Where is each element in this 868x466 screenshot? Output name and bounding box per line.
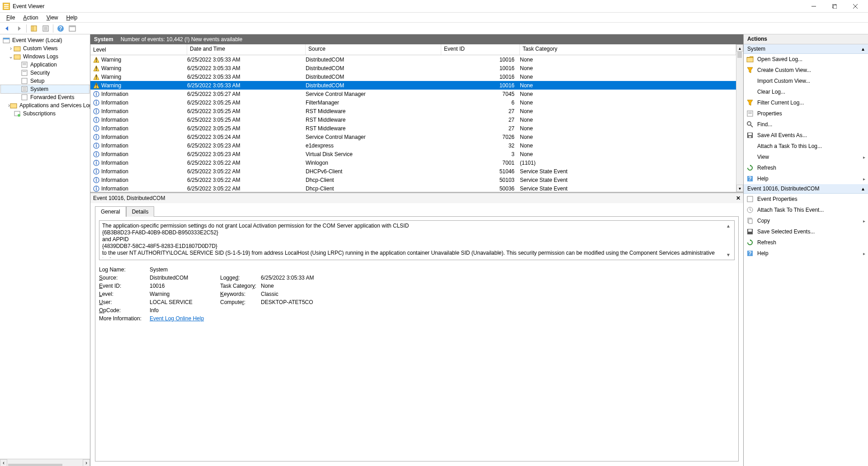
tree-custom-views[interactable]: › Custom Views: [1, 44, 89, 52]
event-row[interactable]: iInformation6/25/2022 3:05:23 AMe1dexpre…: [90, 141, 736, 150]
help-button[interactable]: ?: [55, 24, 66, 33]
action-properties[interactable]: Properties: [744, 108, 868, 119]
maximize-button[interactable]: [825, 1, 844, 11]
event-row[interactable]: iInformation6/25/2022 3:05:22 AMDHCPv6-C…: [90, 167, 736, 176]
action-refresh-event[interactable]: Refresh: [744, 237, 868, 248]
event-row[interactable]: iInformation6/25/2022 3:05:25 AMFilterMa…: [90, 98, 736, 107]
svg-rect-24: [14, 55, 20, 59]
cell-source: RST Middleware: [306, 117, 441, 123]
col-task-category[interactable]: Task Category: [520, 44, 736, 55]
cell-source: RST Middleware: [306, 108, 441, 114]
level-text: Information: [101, 108, 128, 114]
event-row[interactable]: iInformation6/25/2022 3:05:24 AMService …: [90, 133, 736, 141]
actions-section-system[interactable]: System▴: [744, 44, 868, 54]
event-row[interactable]: iInformation6/25/2022 3:05:25 AMRST Midd…: [90, 107, 736, 115]
action-attach-task[interactable]: Attach a Task To this Log...: [744, 141, 868, 152]
svg-rect-35: [22, 95, 27, 100]
expand-icon[interactable]: ›: [8, 45, 14, 52]
collapse-icon[interactable]: ▴: [862, 46, 864, 52]
svg-text:?: ?: [748, 250, 751, 257]
cell-event-id: 7001: [441, 160, 520, 166]
action-clear-log[interactable]: Clear Log...: [744, 86, 868, 97]
collapse-icon[interactable]: ⌄: [8, 53, 14, 60]
event-row[interactable]: !Warning6/25/2022 3:05:33 AMDistributedC…: [90, 81, 736, 90]
svg-marker-9: [5, 26, 8, 31]
tree-applications-services[interactable]: › Applications and Services Logs: [1, 101, 89, 109]
back-button[interactable]: [2, 24, 13, 33]
val-opcode: Info: [150, 307, 218, 314]
action-save-all-events[interactable]: Save All Events As...: [744, 130, 868, 141]
action-help-event[interactable]: ?Help▸: [744, 248, 868, 259]
cell-event-id: 10016: [441, 82, 520, 89]
cell-task: None: [520, 65, 736, 71]
action-view[interactable]: View▸: [744, 152, 868, 162]
svg-rect-93: [748, 229, 752, 232]
svg-rect-71: [747, 57, 753, 62]
cell-task: None: [520, 117, 736, 123]
action-import-custom-view[interactable]: Import Custom View...: [744, 76, 868, 86]
event-row[interactable]: !Warning6/25/2022 3:05:33 AMDistributedC…: [90, 55, 736, 64]
tab-details[interactable]: Details: [126, 206, 155, 217]
event-row[interactable]: iInformation6/25/2022 3:05:22 AMDhcp-Cli…: [90, 176, 736, 184]
cell-source: Service Control Manager: [306, 134, 441, 140]
menu-action[interactable]: Action: [19, 14, 42, 22]
cell-date: 6/25/2022 3:05:25 AM: [187, 117, 306, 123]
col-level[interactable]: Level: [90, 44, 187, 55]
event-row[interactable]: iInformation6/25/2022 3:05:22 AMDhcp-Cli…: [90, 184, 736, 192]
action-attach-task-event[interactable]: Attach Task To This Event...: [744, 204, 868, 215]
svg-text:!: !: [95, 83, 97, 89]
event-row[interactable]: iInformation6/25/2022 3:05:23 AMVirtual …: [90, 150, 736, 158]
action-refresh[interactable]: Refresh: [744, 162, 868, 173]
event-log-help-link[interactable]: Event Log Online Help: [150, 315, 204, 322]
val-source: DistributedCOM: [150, 275, 218, 281]
actions-section-event[interactable]: Event 10016, DistributedCOM▴: [744, 184, 868, 194]
tree-setup[interactable]: Setup: [1, 77, 89, 85]
action-copy[interactable]: Copy▸: [744, 215, 868, 226]
forward-button[interactable]: [14, 24, 24, 33]
svg-rect-82: [749, 136, 751, 138]
event-count: Number of events: 10,442 (!) New events …: [121, 36, 242, 43]
chevron-right-icon: ▸: [863, 155, 865, 160]
tree-application[interactable]: Application: [1, 61, 89, 69]
action-event-properties[interactable]: Event Properties: [744, 194, 868, 204]
event-row[interactable]: !Warning6/25/2022 3:05:33 AMDistributedC…: [90, 72, 736, 81]
action-help[interactable]: ?Help▸: [744, 173, 868, 184]
event-row[interactable]: iInformation6/25/2022 3:05:22 AMWinlogon…: [90, 158, 736, 167]
action-open-saved-log[interactable]: Open Saved Log...: [744, 54, 868, 65]
menu-view[interactable]: View: [43, 14, 62, 22]
minimize-button[interactable]: [804, 1, 824, 11]
tree-forwarded-events[interactable]: Forwarded Events: [1, 93, 89, 101]
properties-button[interactable]: [40, 24, 51, 33]
tree-hscrollbar[interactable]: ‹›: [0, 459, 90, 466]
col-event-id[interactable]: Event ID: [441, 44, 520, 55]
cell-date: 6/25/2022 3:05:24 AM: [187, 134, 306, 140]
action-save-selected[interactable]: Save Selected Events...: [744, 226, 868, 237]
tree-system[interactable]: System: [1, 85, 89, 93]
event-row[interactable]: iInformation6/25/2022 3:05:25 AMRST Midd…: [90, 115, 736, 124]
action-find[interactable]: Find...: [744, 119, 868, 130]
svg-rect-6: [833, 5, 837, 9]
menu-help[interactable]: Help: [63, 14, 81, 22]
menu-file[interactable]: FFileile: [3, 14, 19, 22]
action-filter-log[interactable]: Filter Current Log...: [744, 97, 868, 108]
tab-general[interactable]: General: [95, 206, 126, 217]
desc-vscrollbar[interactable]: ▴▾: [725, 223, 731, 258]
panel-button[interactable]: [67, 24, 78, 33]
event-row[interactable]: iInformation6/25/2022 3:05:27 AMService …: [90, 90, 736, 98]
cell-task: Service State Event: [520, 185, 736, 192]
event-row[interactable]: iInformation6/25/2022 3:05:25 AMRST Midd…: [90, 124, 736, 133]
event-list-vscrollbar[interactable]: ▴▾: [736, 44, 743, 192]
close-detail-button[interactable]: ✕: [736, 195, 741, 201]
collapse-icon[interactable]: ▴: [862, 185, 864, 192]
tree-root[interactable]: Event Viewer (Local): [1, 36, 89, 44]
col-source[interactable]: Source: [306, 44, 441, 55]
show-tree-button[interactable]: [28, 24, 39, 33]
svg-text:?: ?: [748, 176, 751, 182]
col-date[interactable]: Date and Time: [187, 44, 306, 55]
tree-windows-logs[interactable]: ⌄ Windows Logs: [1, 52, 89, 61]
action-create-custom-view[interactable]: Create Custom View...: [744, 65, 868, 76]
tree-security[interactable]: Security: [1, 69, 89, 77]
tree-subscriptions[interactable]: Subscriptions: [1, 109, 89, 118]
close-button[interactable]: [845, 1, 865, 11]
event-row[interactable]: !Warning6/25/2022 3:05:33 AMDistributedC…: [90, 64, 736, 72]
